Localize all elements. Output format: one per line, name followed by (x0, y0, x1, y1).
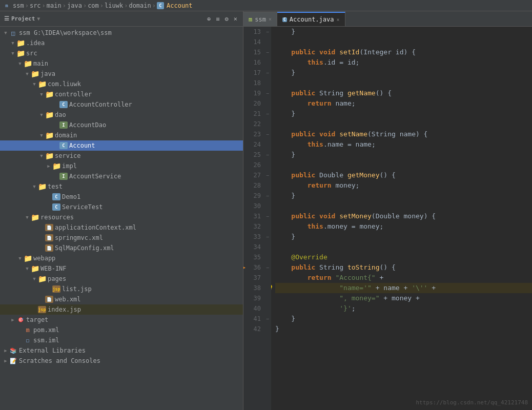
fold-13[interactable]: − (264, 27, 271, 37)
xml-icon: 📄 (45, 234, 53, 241)
arrow-icon: ▼ (9, 51, 16, 56)
arrow-icon: ▶ (2, 358, 9, 363)
tree-label: AccountService (69, 173, 121, 180)
fold-21[interactable]: − (264, 109, 271, 119)
breadcrumb-label: Account (167, 2, 193, 9)
fold-25[interactable]: − (264, 150, 271, 160)
tree-item-springmvc[interactable]: 📄 springmvc.xml (0, 233, 243, 243)
tree-item-listjsp[interactable]: jsp list.jsp (0, 284, 243, 294)
tree-item-resources[interactable]: ▼ 📁 resources (0, 212, 243, 222)
tree-item-src[interactable]: ▼ 📁 src (0, 48, 243, 58)
code-line-29: } (275, 191, 532, 201)
tree-item-service[interactable]: ▼ 📁 service (0, 151, 243, 161)
folder-icon: 📁 (45, 132, 53, 139)
sidebar: ☰ Project ▼ ⊕ ≡ ⚙ × ▼ ◫ ssm G:\IDEA\work… (0, 11, 243, 410)
arrow-icon: ▼ (24, 215, 31, 220)
tree-item-indexjsp[interactable]: jsp index.jsp (0, 304, 243, 315)
maven-icon: m (24, 326, 32, 334)
tree-item-accountservice[interactable]: I AccountService (0, 171, 243, 181)
maven-tab-icon: m (249, 16, 252, 23)
code-line-33: } (275, 232, 532, 242)
tab-label: Account.java (290, 16, 334, 23)
fold-23[interactable]: − (264, 129, 271, 139)
tree-item-appcontext[interactable]: 📄 applicationContext.xml (0, 222, 243, 233)
tree-item-target[interactable]: ▶ 🎯 target (0, 315, 243, 325)
tree-item-main[interactable]: ▼ 📁 main (0, 58, 243, 69)
folder-icon: 📁 (52, 162, 60, 170)
tree-item-impl[interactable]: ▶ 📁 impl (0, 161, 243, 171)
collapse-button[interactable]: ≡ (214, 15, 221, 23)
xml-icon: 📄 (45, 244, 53, 252)
tree-item-sqlmap[interactable]: 📄 SqlMapConfig.xml (0, 243, 243, 253)
fold-19[interactable]: − (264, 88, 271, 98)
tree-item-demo1[interactable]: C Demo1 (0, 192, 243, 202)
tree-item-idea[interactable]: ▼ 📁 .idea (0, 38, 243, 48)
tree-item-accountcontroller[interactable]: C AccountController (0, 99, 243, 110)
tree-label: domain (55, 132, 77, 139)
tree-label: ssm G:\IDEA\workspace\ssm (19, 29, 112, 36)
breadcrumb-item-liuwk[interactable]: liuwk (105, 2, 123, 9)
arrow-icon: ▼ (38, 92, 45, 97)
target-icon: 🎯 (16, 316, 25, 323)
breadcrumb-item-com[interactable]: com (88, 2, 99, 9)
ext-libs-icon: 📚 (9, 347, 17, 354)
tree-item-ssm[interactable]: ▼ ◫ ssm G:\IDEA\workspace\ssm (0, 28, 243, 38)
fold-33[interactable]: − (264, 232, 271, 242)
tab-ssm[interactable]: m ssm × (243, 12, 277, 26)
breadcrumb-item-main[interactable]: main (47, 2, 62, 9)
tab-close-button[interactable]: × (269, 16, 272, 22)
code-line-32: this.money = money; (275, 221, 532, 232)
tree-item-pages[interactable]: ▼ 📁 pages (0, 274, 243, 284)
sidebar-actions: ⊕ ≡ ⚙ × (206, 15, 239, 23)
tree-item-webinf[interactable]: ▼ 📁 WEB-INF (0, 263, 243, 274)
fold-41[interactable]: − (264, 314, 271, 324)
tree-item-extlibs[interactable]: ▶ 📚 External Libraries (0, 345, 243, 356)
fold-15[interactable]: − (264, 47, 271, 57)
tree-item-test[interactable]: ▼ 📁 test (0, 181, 243, 192)
breadcrumb-item-domain[interactable]: domain (129, 2, 151, 9)
tree-label: src (26, 50, 37, 57)
breadcrumb-item-ssm[interactable]: m ssm (3, 2, 24, 9)
tree-item-ssmiml[interactable]: ◻ ssm.iml (0, 335, 243, 345)
tree-label: list.jsp (62, 285, 92, 293)
code-content[interactable]: } public void setId(Integer id) { this.i… (271, 27, 532, 410)
fold-17[interactable]: − (264, 68, 271, 78)
folder-java-icon: 📁 (31, 70, 39, 77)
tree-label: controller (55, 91, 92, 98)
tree-item-domain[interactable]: ▼ 📁 domain (0, 130, 243, 140)
code-line-24: this.name = name; (275, 139, 532, 150)
code-line-31: public void setMoney(Double money) { (275, 211, 532, 221)
tree-item-scratches[interactable]: ▶ 📝 Scratches and Consoles (0, 356, 243, 366)
code-line-16: this.id = id; (275, 57, 532, 68)
breadcrumb-item-java[interactable]: java (67, 2, 82, 9)
tree-item-dao[interactable]: ▼ 📁 dao (0, 110, 243, 120)
breadcrumb-item-account[interactable]: C Account (157, 2, 193, 9)
tree-item-servicetest[interactable]: C ServiceTest (0, 202, 243, 212)
tree-item-webapp[interactable]: ▼ 📁 webapp (0, 253, 243, 263)
hide-button[interactable]: × (232, 15, 239, 23)
fold-27[interactable]: − (264, 170, 271, 180)
tab-close-button[interactable]: × (336, 17, 339, 23)
tree-item-accountdao[interactable]: I AccountDao (0, 120, 243, 130)
tree-label: AccountDao (69, 121, 106, 129)
tree-item-java[interactable]: ▼ 📁 java (0, 69, 243, 79)
tree-label: java (40, 70, 55, 77)
tree-item-pomxml[interactable]: m pom.xml (0, 325, 243, 335)
settings-button[interactable]: ⚙ (223, 15, 230, 23)
tree-item-webxml[interactable]: 📄 web.xml (0, 294, 243, 304)
breadcrumb-item-src[interactable]: src (30, 2, 41, 9)
code-line-41: } (275, 314, 532, 324)
sync-button[interactable]: ⊕ (206, 15, 212, 23)
tree-label: com.liuwk (48, 80, 81, 88)
tab-bar: m ssm × C Account.java × (243, 11, 532, 27)
class-icon: C (52, 193, 60, 200)
fold-29[interactable]: − (264, 191, 271, 201)
fold-36[interactable]: − (264, 262, 271, 273)
tree-item-account[interactable]: C Account (0, 140, 243, 151)
tree-item-com-liuwk[interactable]: ▼ 📁 com.liuwk (0, 79, 243, 89)
tab-account[interactable]: C Account.java × (277, 12, 345, 26)
arrow-icon: ▼ (16, 61, 24, 66)
tree-item-controller[interactable]: ▼ 📁 controller (0, 89, 243, 99)
fold-31[interactable]: − (264, 211, 271, 221)
code-line-36: public String toString() { (275, 262, 532, 273)
